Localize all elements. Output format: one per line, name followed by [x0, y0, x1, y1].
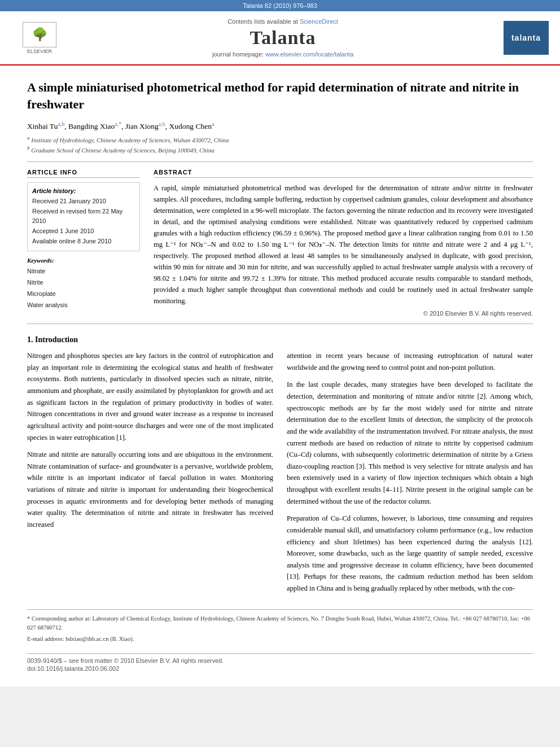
- fn-star: * Corresponding author at: Laboratory of…: [27, 614, 533, 634]
- keywords-heading: Keywords:: [27, 257, 140, 264]
- keyword-2: Nitrite: [27, 277, 140, 289]
- received-date: Received 21 January 2010: [32, 196, 135, 207]
- article-history-box: Article history: Received 21 January 201…: [27, 182, 140, 251]
- left-column: ARTICLE INFO Article history: Received 2…: [27, 169, 140, 317]
- author1: Xinhai Tua,b: [27, 122, 64, 130]
- fn-email: E-mail address: bdxiao@ihb.ac.cn (B. Xia…: [27, 635, 533, 644]
- intro-para-1: Nitrogen and phosphorus species are key …: [27, 350, 273, 443]
- authors-line: Xinhai Tua,b, Bangding Xiaoa,*, Jian Xio…: [27, 120, 533, 131]
- elsevier-logo-area: 🌳 ELSEVIER: [11, 22, 68, 54]
- talanta-logo: talanta: [504, 21, 549, 55]
- author4: Xudong Chena: [169, 122, 215, 130]
- elsevier-logo: 🌳 ELSEVIER: [11, 22, 68, 54]
- journal-homepage: journal homepage: www.elsevier.com/locat…: [68, 51, 498, 58]
- body-two-col: Nitrogen and phosphorus species are key …: [27, 350, 533, 600]
- homepage-label: journal homepage:: [212, 51, 265, 58]
- intro-para-3: attention in recent years because of inc…: [287, 350, 533, 373]
- abstract-label: ABSTRACT: [154, 169, 533, 178]
- journal-citation: Talanta 82 (2010) 976–983: [243, 2, 317, 9]
- keyword-3: Microplate: [27, 289, 140, 300]
- bottom-bar: 0039-9140/$ – see front matter © 2010 El…: [27, 653, 533, 672]
- journal-header-right: talanta: [498, 21, 549, 55]
- top-bar: Talanta 82 (2010) 976–983: [0, 0, 560, 11]
- article-info-abstract: ARTICLE INFO Article history: Received 2…: [27, 169, 533, 317]
- intro-para-4: In the last couple decades, many strateg…: [287, 379, 533, 507]
- author2: Bangding Xiaoa,*: [68, 122, 121, 130]
- affiliations: a Institute of Hydrobiology, Chinese Aca…: [27, 134, 533, 155]
- footnote-area: * Corresponding author at: Laboratory of…: [27, 609, 533, 644]
- elsevier-tree-icon: 🌳: [32, 28, 47, 41]
- journal-header-center: Contents lists available at ScienceDirec…: [68, 18, 498, 58]
- available-date: Available online 8 June 2010: [32, 237, 135, 247]
- doi-line: doi:10.1016/j.talanta.2010.06.002: [27, 665, 533, 672]
- science-direct-bar: Contents lists available at ScienceDirec…: [68, 18, 498, 25]
- body-left-col: Nitrogen and phosphorus species are key …: [27, 350, 273, 600]
- intro-title: 1. Introduction: [27, 335, 533, 344]
- intro-section: 1. Introduction Nitrogen and phosphorus …: [27, 335, 533, 600]
- abstract-text: A rapid, simple miniaturised photometric…: [154, 182, 533, 307]
- copyright-line: © 2010 Elsevier B.V. All rights reserved…: [154, 310, 533, 317]
- intro-para-2: Nitrate and nitrite are naturally occurr…: [27, 449, 273, 530]
- revised-date: Received in revised form 22 May 2010: [32, 207, 135, 226]
- keyword-4: Water analysis: [27, 300, 140, 311]
- article-title: A simple miniaturised photometrical meth…: [27, 79, 533, 112]
- page-wrapper: Talanta 82 (2010) 976–983 🌳 ELSEVIER Con…: [0, 0, 560, 687]
- body-right-col: attention in recent years because of inc…: [287, 350, 533, 600]
- issn-line: 0039-9140/$ – see front matter © 2010 El…: [27, 657, 533, 664]
- divider-1: [27, 161, 533, 162]
- right-column: ABSTRACT A rapid, simple miniaturised ph…: [154, 169, 533, 317]
- article-history-heading: Article history:: [32, 187, 135, 194]
- journal-header: 🌳 ELSEVIER Contents lists available at S…: [0, 11, 560, 65]
- keywords-section: Keywords: Nitrate Nitrite Microplate Wat…: [27, 257, 140, 311]
- affiliation-b: b Graduate School of Chinese Academy of …: [27, 145, 533, 155]
- journal-title: Talanta: [68, 27, 498, 49]
- divider-2: [27, 324, 533, 324]
- elsevier-logo-box: 🌳: [23, 22, 56, 47]
- keywords-list: Nitrate Nitrite Microplate Water analysi…: [27, 266, 140, 311]
- affiliation-a: a Institute of Hydrobiology, Chinese Aca…: [27, 134, 533, 145]
- sciencedirect-link[interactable]: ScienceDirect: [300, 18, 338, 25]
- fn-corresponding: * Corresponding author at: Laboratory of…: [27, 615, 530, 631]
- keyword-1: Nitrate: [27, 266, 140, 277]
- article-content: A simple miniaturised photometrical meth…: [0, 65, 560, 687]
- intro-para-5: Preparation of Cu–Cd columns, however, i…: [287, 513, 533, 594]
- elsevier-text: ELSEVIER: [27, 49, 52, 54]
- article-info-label: ARTICLE INFO: [27, 169, 140, 178]
- author3: Jian Xionga,b: [125, 122, 165, 130]
- accepted-date: Accepted 1 June 2010: [32, 226, 135, 237]
- homepage-url[interactable]: www.elsevier.com/locate/talanta: [265, 51, 353, 58]
- sciencedirect-prefix: Contents lists available at: [228, 18, 298, 25]
